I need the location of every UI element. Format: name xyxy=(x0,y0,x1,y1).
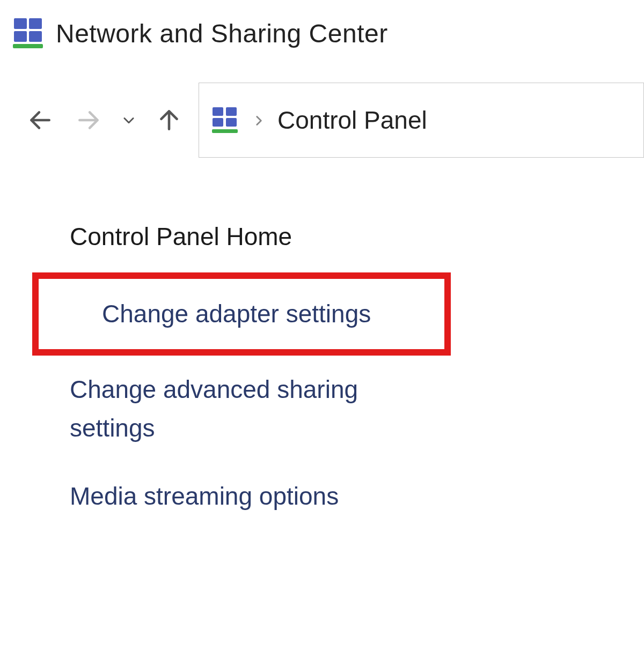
chevron-right-icon xyxy=(252,108,266,132)
recent-locations-button[interactable] xyxy=(113,96,145,144)
network-sharing-center-icon xyxy=(210,105,240,135)
network-sharing-center-icon xyxy=(11,16,45,50)
arrow-up-icon xyxy=(156,107,182,134)
arrow-left-icon xyxy=(27,107,54,134)
address-bar[interactable]: Control Panel xyxy=(199,83,644,158)
back-button[interactable] xyxy=(16,96,64,144)
highlight-annotation: Change adapter settings xyxy=(32,272,451,356)
control-panel-home-link[interactable]: Control Panel Home xyxy=(0,222,644,272)
arrow-right-icon xyxy=(75,107,102,134)
chevron-down-icon xyxy=(121,113,136,128)
media-streaming-options-link[interactable]: Media streaming options xyxy=(70,477,445,515)
sidebar: Control Panel Home Change adapter settin… xyxy=(0,179,644,530)
change-advanced-sharing-settings-link[interactable]: Change advanced sharing settings xyxy=(70,371,445,447)
change-adapter-settings-link[interactable]: Change adapter settings xyxy=(102,295,444,333)
navigation-row: Control Panel xyxy=(0,61,644,179)
breadcrumb-item[interactable]: Control Panel xyxy=(277,106,427,135)
up-button[interactable] xyxy=(145,96,193,144)
window-title: Network and Sharing Center xyxy=(56,19,388,48)
forward-button xyxy=(64,96,113,144)
window-titlebar: Network and Sharing Center xyxy=(0,0,644,61)
